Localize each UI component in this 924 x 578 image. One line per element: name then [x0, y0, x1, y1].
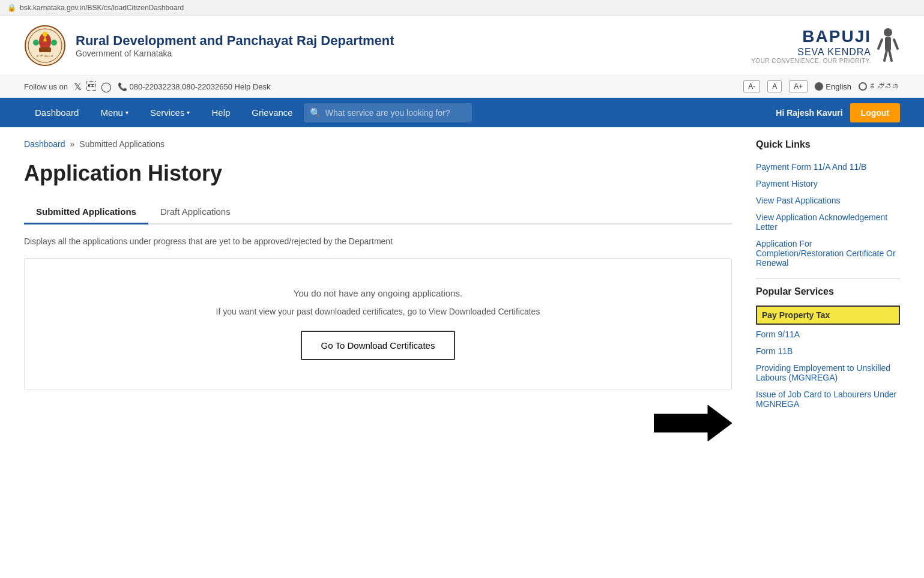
- nav-left: Dashboard Menu ▾ Services ▾ Help Grievan…: [24, 98, 472, 127]
- phone-number: 📞 080-22032238,080-22032650 Help Desk: [118, 82, 271, 91]
- nav-help[interactable]: Help: [201, 98, 241, 127]
- download-certificates-button[interactable]: Go To Download Certificates: [301, 331, 456, 360]
- karnataka-emblem: ಕರ್ನಾಟಕ: [24, 25, 66, 67]
- logout-button[interactable]: Logout: [850, 103, 900, 122]
- nav-help-label: Help: [211, 107, 230, 118]
- font-medium-btn[interactable]: A: [767, 80, 782, 92]
- top-bar-left: Follow us on 𝕏  ◯ 📞 080-22032238,080-22…: [24, 81, 271, 92]
- quick-link-view-past[interactable]: View Past Applications: [756, 192, 900, 209]
- svg-marker-15: [654, 405, 732, 441]
- services-chevron: ▾: [187, 109, 190, 116]
- tabs: Submitted Applications Draft Application…: [24, 200, 732, 224]
- lang-kannada[interactable]: ಕನ್ನಡ: [859, 82, 900, 91]
- lang-kannada-radio[interactable]: [859, 82, 867, 91]
- popular-services-title: Popular Services: [756, 286, 900, 297]
- font-small-btn[interactable]: A-: [743, 80, 760, 92]
- lang-kannada-label: ಕನ್ನಡ: [869, 82, 900, 91]
- menu-chevron: ▾: [125, 109, 128, 116]
- tagline-text: YOUR CONVENIENCE. OUR PRIORITY.: [751, 58, 871, 64]
- svg-rect-3: [39, 47, 51, 52]
- sidebar-divider: [756, 278, 900, 279]
- popular-link-property-tax[interactable]: Pay Property Tax: [756, 306, 900, 325]
- svg-point-5: [43, 32, 47, 37]
- bapuji-figure: [876, 28, 900, 64]
- lang-english[interactable]: English: [815, 82, 851, 91]
- nav-services[interactable]: Services ▾: [139, 98, 201, 127]
- arrow-highlight: [24, 402, 732, 444]
- browser-url: bsk.karnataka.gov.in/BSK/cs/loadCitizenD…: [20, 4, 184, 12]
- header-right: BAPUJI SEVA KENDRA YOUR CONVENIENCE. OUR…: [751, 26, 900, 65]
- header-title: Rural Development and Panchayat Raj Depa…: [76, 33, 394, 58]
- svg-point-9: [884, 28, 892, 37]
- popular-link-form-11b[interactable]: Form 11B: [756, 343, 900, 360]
- search-wrapper[interactable]: 🔍: [304, 103, 472, 122]
- svg-line-14: [889, 50, 892, 61]
- seva-kendra: SEVA KENDRA: [751, 46, 871, 58]
- pointing-arrow: [654, 402, 732, 444]
- bapuji-logo: BAPUJI SEVA KENDRA YOUR CONVENIENCE. OUR…: [751, 26, 900, 65]
- bapuji-tagline: YOUR CONVENIENCE. OUR PRIORITY.: [751, 58, 871, 65]
- twitter-icon[interactable]: 𝕏: [74, 81, 82, 92]
- search-input[interactable]: [304, 103, 472, 122]
- tab-submitted[interactable]: Submitted Applications: [24, 200, 148, 224]
- user-greeting: Hi Rajesh Kavuri: [776, 108, 842, 118]
- top-bar: Follow us on 𝕏  ◯ 📞 080-22032238,080-22…: [0, 76, 924, 98]
- content-area: Dashboard » Submitted Applications Appli…: [0, 127, 924, 468]
- svg-line-13: [884, 50, 887, 61]
- nav-menu[interactable]: Menu ▾: [89, 98, 139, 127]
- org-name: Rural Development and Panchayat Raj Depa…: [76, 33, 394, 49]
- font-large-btn[interactable]: A+: [789, 80, 808, 92]
- svg-line-11: [878, 40, 882, 49]
- nav-grievance[interactable]: Grievance: [241, 98, 303, 127]
- gov-name: Government of Karnataka: [76, 49, 394, 58]
- lang-english-radio[interactable]: [815, 82, 823, 91]
- breadcrumb-separator: »: [70, 139, 75, 149]
- lock-icon: 🔒: [7, 4, 16, 12]
- quick-links-title: Quick Links: [756, 139, 900, 150]
- header-left: ಕರ್ನಾಟಕ Rural Development and Panchayat …: [24, 25, 394, 67]
- browser-bar: 🔒 bsk.karnataka.gov.in/BSK/cs/loadCitize…: [0, 0, 924, 16]
- nav-menu-label: Menu: [100, 107, 123, 118]
- bapuji-line1: BAPUJI: [802, 27, 871, 46]
- tab-draft[interactable]: Draft Applications: [148, 200, 243, 224]
- tab-description: Displays all the applications under prog…: [24, 236, 732, 246]
- main-content: Dashboard » Submitted Applications Appli…: [24, 139, 732, 444]
- sidebar: Quick Links Payment Form 11/A And 11/B P…: [756, 139, 900, 444]
- nav-dashboard-label: Dashboard: [35, 107, 79, 118]
- nav-grievance-label: Grievance: [252, 107, 292, 118]
- lang-english-label: English: [826, 82, 851, 91]
- nav-bar: Dashboard Menu ▾ Services ▾ Help Grievan…: [0, 98, 924, 127]
- follow-us-label: Follow us on: [24, 82, 68, 91]
- breadcrumb-home[interactable]: Dashboard: [24, 139, 65, 149]
- facebook-icon[interactable]: : [86, 81, 96, 92]
- popular-link-mgnrega[interactable]: Providing Employement to Unskilled Labou…: [756, 360, 900, 386]
- nav-services-label: Services: [150, 107, 185, 118]
- svg-point-6: [33, 40, 39, 46]
- popular-link-form-911a[interactable]: Form 9/11A: [756, 326, 900, 343]
- svg-text:ಕರ್ನಾಟಕ: ಕರ್ನಾಟಕ: [36, 54, 54, 58]
- applications-box: You do not have any ongoing applications…: [24, 258, 732, 390]
- svg-point-7: [51, 40, 57, 46]
- breadcrumb-current: Submitted Applications: [79, 139, 165, 149]
- nav-dashboard[interactable]: Dashboard: [24, 98, 89, 127]
- popular-link-job-card[interactable]: Issue of Job Card to Labourers Under MGN…: [756, 386, 900, 412]
- breadcrumb: Dashboard » Submitted Applications: [24, 139, 732, 149]
- quick-link-completion[interactable]: Application For Completion/Restoration C…: [756, 235, 900, 271]
- svg-rect-10: [885, 37, 891, 50]
- site-header: ಕರ್ನಾಟಕ Rural Development and Panchayat …: [0, 16, 924, 76]
- nav-right: Hi Rajesh Kavuri Logout: [776, 103, 900, 122]
- quick-link-acknowledgement[interactable]: View Application Acknowledgement Letter: [756, 209, 900, 235]
- quick-link-payment-form[interactable]: Payment Form 11/A And 11/B: [756, 158, 900, 175]
- svg-line-12: [894, 40, 898, 49]
- bapuji-title: BAPUJI: [751, 26, 871, 47]
- bapuji-line2: SEVA KENDRA: [797, 47, 871, 57]
- instagram-icon[interactable]: ◯: [101, 81, 112, 92]
- quick-link-payment-history[interactable]: Payment History: [756, 175, 900, 192]
- no-apps-text: You do not have any ongoing applications…: [294, 288, 462, 298]
- top-bar-right: A- A A+ English ಕನ್ನಡ: [743, 80, 900, 92]
- page-title: Application History: [24, 161, 732, 186]
- certificates-text: If you want view your past downloaded ce…: [216, 307, 540, 316]
- social-icons: 𝕏  ◯: [74, 81, 112, 92]
